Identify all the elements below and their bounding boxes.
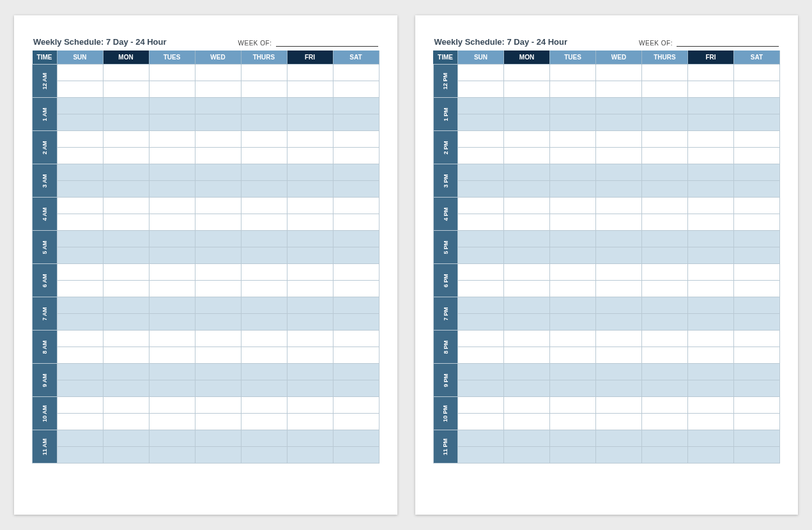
- schedule-cell[interactable]: [642, 231, 688, 247]
- schedule-cell[interactable]: [149, 131, 195, 148]
- schedule-cell[interactable]: [550, 380, 596, 397]
- schedule-cell[interactable]: [149, 65, 195, 81]
- schedule-cell[interactable]: [287, 297, 333, 314]
- schedule-cell[interactable]: [642, 198, 688, 214]
- schedule-cell[interactable]: [734, 397, 780, 414]
- schedule-cell[interactable]: [688, 131, 734, 148]
- schedule-cell[interactable]: [149, 264, 195, 281]
- schedule-cell[interactable]: [550, 81, 596, 98]
- schedule-cell[interactable]: [734, 148, 780, 164]
- schedule-cell[interactable]: [333, 98, 379, 114]
- schedule-cell[interactable]: [103, 148, 149, 164]
- schedule-cell[interactable]: [195, 214, 241, 231]
- schedule-cell[interactable]: [287, 264, 333, 281]
- schedule-cell[interactable]: [57, 430, 103, 447]
- schedule-cell[interactable]: [596, 198, 642, 214]
- schedule-cell[interactable]: [596, 314, 642, 331]
- schedule-cell[interactable]: [734, 214, 780, 231]
- schedule-cell[interactable]: [241, 347, 287, 364]
- schedule-cell[interactable]: [57, 98, 103, 114]
- schedule-cell[interactable]: [195, 414, 241, 430]
- schedule-cell[interactable]: [596, 297, 642, 314]
- schedule-cell[interactable]: [550, 264, 596, 281]
- schedule-cell[interactable]: [287, 148, 333, 164]
- schedule-cell[interactable]: [550, 331, 596, 347]
- schedule-cell[interactable]: [149, 397, 195, 414]
- schedule-cell[interactable]: [149, 98, 195, 114]
- schedule-cell[interactable]: [287, 114, 333, 131]
- schedule-cell[interactable]: [550, 364, 596, 380]
- schedule-cell[interactable]: [642, 397, 688, 414]
- schedule-cell[interactable]: [195, 447, 241, 464]
- schedule-cell[interactable]: [734, 98, 780, 114]
- schedule-cell[interactable]: [241, 314, 287, 331]
- schedule-cell[interactable]: [504, 430, 550, 447]
- schedule-cell[interactable]: [195, 430, 241, 447]
- schedule-cell[interactable]: [504, 214, 550, 231]
- schedule-cell[interactable]: [642, 164, 688, 181]
- schedule-cell[interactable]: [333, 364, 379, 380]
- schedule-cell[interactable]: [596, 231, 642, 247]
- schedule-cell[interactable]: [688, 231, 734, 247]
- schedule-cell[interactable]: [333, 314, 379, 331]
- schedule-cell[interactable]: [642, 447, 688, 464]
- schedule-cell[interactable]: [57, 148, 103, 164]
- schedule-cell[interactable]: [57, 264, 103, 281]
- schedule-cell[interactable]: [504, 414, 550, 430]
- schedule-cell[interactable]: [333, 114, 379, 131]
- schedule-cell[interactable]: [688, 214, 734, 231]
- schedule-cell[interactable]: [241, 380, 287, 397]
- schedule-cell[interactable]: [195, 164, 241, 181]
- schedule-cell[interactable]: [504, 247, 550, 264]
- schedule-cell[interactable]: [734, 247, 780, 264]
- schedule-cell[interactable]: [195, 314, 241, 331]
- schedule-cell[interactable]: [596, 214, 642, 231]
- schedule-cell[interactable]: [287, 98, 333, 114]
- schedule-cell[interactable]: [195, 65, 241, 81]
- schedule-cell[interactable]: [550, 148, 596, 164]
- schedule-cell[interactable]: [333, 164, 379, 181]
- schedule-cell[interactable]: [333, 430, 379, 447]
- schedule-cell[interactable]: [241, 65, 287, 81]
- schedule-cell[interactable]: [103, 430, 149, 447]
- schedule-cell[interactable]: [458, 131, 504, 148]
- schedule-cell[interactable]: [241, 264, 287, 281]
- schedule-cell[interactable]: [103, 380, 149, 397]
- schedule-cell[interactable]: [103, 98, 149, 114]
- schedule-cell[interactable]: [287, 364, 333, 380]
- schedule-cell[interactable]: [550, 181, 596, 198]
- schedule-cell[interactable]: [333, 297, 379, 314]
- schedule-cell[interactable]: [149, 314, 195, 331]
- schedule-cell[interactable]: [103, 447, 149, 464]
- schedule-cell[interactable]: [57, 364, 103, 380]
- schedule-cell[interactable]: [688, 380, 734, 397]
- schedule-cell[interactable]: [458, 98, 504, 114]
- schedule-cell[interactable]: [287, 231, 333, 247]
- schedule-cell[interactable]: [103, 131, 149, 148]
- schedule-cell[interactable]: [333, 131, 379, 148]
- schedule-cell[interactable]: [149, 114, 195, 131]
- schedule-cell[interactable]: [688, 181, 734, 198]
- schedule-cell[interactable]: [57, 114, 103, 131]
- schedule-cell[interactable]: [287, 181, 333, 198]
- schedule-cell[interactable]: [504, 297, 550, 314]
- schedule-cell[interactable]: [504, 264, 550, 281]
- schedule-cell[interactable]: [550, 247, 596, 264]
- schedule-cell[interactable]: [550, 347, 596, 364]
- schedule-cell[interactable]: [333, 447, 379, 464]
- schedule-cell[interactable]: [149, 380, 195, 397]
- schedule-cell[interactable]: [550, 214, 596, 231]
- schedule-cell[interactable]: [149, 214, 195, 231]
- schedule-cell[interactable]: [688, 281, 734, 297]
- schedule-cell[interactable]: [596, 331, 642, 347]
- schedule-cell[interactable]: [596, 114, 642, 131]
- schedule-cell[interactable]: [688, 297, 734, 314]
- schedule-cell[interactable]: [103, 397, 149, 414]
- schedule-cell[interactable]: [642, 380, 688, 397]
- schedule-cell[interactable]: [333, 65, 379, 81]
- schedule-cell[interactable]: [458, 181, 504, 198]
- schedule-cell[interactable]: [458, 264, 504, 281]
- schedule-cell[interactable]: [103, 331, 149, 347]
- schedule-cell[interactable]: [241, 447, 287, 464]
- schedule-cell[interactable]: [458, 397, 504, 414]
